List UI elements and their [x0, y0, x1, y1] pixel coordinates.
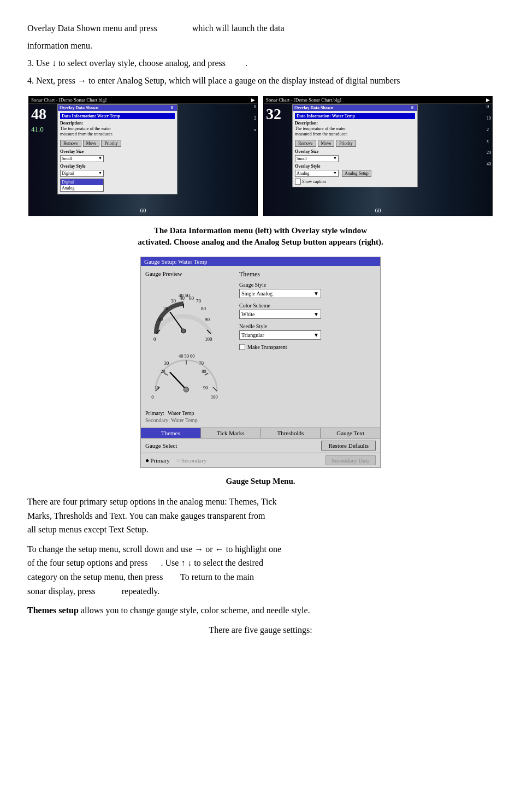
gauge-style-select-row: Single Analog ▼	[239, 289, 376, 298]
para2-line3: category on the setup menu, then press	[27, 572, 163, 582]
tab-thresholds[interactable]: Thresholds	[261, 428, 321, 438]
gauge-style-value: Single Analog	[241, 291, 273, 297]
svg-text:0: 0	[151, 394, 153, 400]
secondary-data-btn[interactable]: Secondary Data	[325, 455, 376, 465]
move-btn-left[interactable]: Move	[83, 140, 100, 147]
color-scheme-select[interactable]: White ▼	[239, 310, 321, 319]
themes-setup-bold: Themes setup	[27, 606, 79, 615]
size-select-box-right[interactable]: Small ▼	[295, 155, 339, 162]
svg-text:10: 10	[158, 317, 163, 322]
size-arrow-right: ▼	[333, 156, 337, 161]
step4: 4. Next, press → to enter Analog Setup, …	[27, 74, 494, 87]
themes-setup-cont: allows you to change gauge style, color …	[81, 606, 310, 615]
left-titlebar-text: Sonar Chart - [Demo Sonar Chart.blg]	[31, 97, 106, 103]
move-btn-right[interactable]: Move	[318, 140, 335, 147]
remove-btn-left[interactable]: Remove	[60, 140, 81, 147]
data-info-panel-right: Overlay Data Shown 0 Data Information: W…	[292, 104, 418, 187]
svg-line-30	[170, 372, 186, 389]
show-caption-row: Show caption	[295, 179, 415, 185]
intro-text-1: Overlay Data Shown menu and press	[27, 23, 157, 33]
analog-setup-btn[interactable]: Analog Setup	[342, 170, 371, 177]
needle-style-value: Triangular	[241, 332, 264, 338]
size-value-right: Small	[297, 156, 307, 161]
tab-tick-marks[interactable]: Tick Marks	[201, 428, 261, 438]
style-select-box-right[interactable]: Analog ▼	[295, 170, 339, 177]
data-info-body-right: Data Information: Water Temp Description…	[293, 111, 417, 187]
svg-text:40 50 60: 40 50 60	[179, 353, 194, 359]
radio-primary-label: Primary	[150, 457, 169, 464]
overlay-style-label-left: Overlay Style	[60, 164, 175, 169]
remove-btn-right[interactable]: Remove	[295, 140, 316, 147]
rn-40-right: 40	[487, 162, 491, 167]
gauge-preview-section: Gauge Preview	[145, 270, 233, 423]
rn-2-right: 2	[487, 127, 491, 132]
overlay-style-select-right: Analog ▼ Analog Setup	[295, 170, 415, 177]
right-titlebar-arrow: ▶	[486, 97, 490, 103]
size-arrow-left: ▼	[98, 156, 102, 161]
big-number-left: 48	[31, 105, 46, 123]
size-value-left: Small	[62, 156, 72, 161]
primary-value-text: Water Temp	[168, 410, 194, 416]
color-scheme-group: Color Scheme White ▼	[239, 303, 376, 319]
data-info-header-right: Overlay Data Shown 0	[293, 105, 417, 111]
gauge-style-select[interactable]: Single Analog ▼	[239, 289, 321, 298]
gauge-detail-svg: 0 20 40 50 60 80 100 30 70 90 10	[145, 339, 227, 405]
radio-secondary-dot: ○	[176, 457, 180, 465]
needle-style-arrow: ▼	[313, 332, 319, 338]
gauge-setup-caption-text: Gauge Setup Menu.	[226, 477, 295, 485]
dropdown-digital-left[interactable]: Digital	[61, 179, 103, 185]
rnx-right: x	[487, 139, 491, 144]
show-caption-label: Show caption	[302, 179, 326, 184]
needle-style-group: Needle Style Triangular ▼	[239, 323, 376, 340]
tab-gauge-text[interactable]: Gauge Text	[321, 428, 380, 438]
gauge-primary-label: Primary: Water Temp	[145, 410, 233, 416]
data-info-buttons-right: Remove Move Priority	[295, 140, 415, 147]
step3: 3. Use ↓ to select overlay style, choose…	[27, 57, 494, 70]
data-info-water-temp-left: Data Information: Water Temp	[62, 114, 120, 118]
rn-2-left: 2	[254, 116, 256, 121]
sub-number-left: 41.0	[31, 125, 44, 134]
gauge-setup-caption: Gauge Setup Menu.	[27, 477, 494, 486]
style-select-box-left[interactable]: Digital ▼	[60, 170, 104, 177]
radio-primary-option: ● Primary	[145, 457, 170, 465]
tab-themes[interactable]: Themes	[141, 428, 201, 438]
para2-line1: To change the setup menu, scroll down an…	[27, 544, 281, 554]
gauge-style-arrow: ▼	[313, 291, 319, 297]
rn-20-right: 20	[487, 150, 491, 155]
five-gauges-text: There are five gauge settings:	[209, 625, 312, 635]
desc-label-left: Description:	[60, 121, 175, 126]
svg-text:30: 30	[164, 360, 169, 366]
right-nums-left: 0 2 x	[254, 104, 256, 132]
bottom-row: ● Primary ○ Secondary Secondary Data	[141, 453, 380, 467]
screenshots-caption: The Data Information menu (left) with Ov…	[27, 225, 494, 248]
style-dropdown-left: Digital Analog	[60, 179, 104, 192]
svg-text:60: 60	[189, 295, 194, 301]
size-select-box-left[interactable]: Small ▼	[60, 155, 104, 162]
priority-btn-left[interactable]: Priority	[101, 140, 121, 147]
desc-text-left: The temperature of the water measured fr…	[60, 126, 175, 138]
para2-line2-cont: . Use ↑ ↓ to select the desired	[161, 558, 263, 567]
gauge-svg: 0 10 20 30 40 40 50 60 70 80 90 100	[148, 282, 219, 342]
big-number-right: 32	[266, 105, 281, 123]
restore-defaults-btn[interactable]: Restore Defaults	[321, 441, 376, 451]
step3-cont: .	[245, 58, 247, 68]
bottom-60-left: 60	[140, 207, 146, 214]
overlay-size-select-left: Small ▼	[60, 155, 175, 162]
bottom-60-right: 60	[375, 207, 381, 214]
rn-0-left: 0	[254, 104, 256, 109]
show-caption-checkbox[interactable]	[295, 179, 301, 185]
screenshots-row: Sonar Chart - [Demo Sonar Chart.blg] ▶ 4…	[27, 96, 494, 216]
right-titlebar: Sonar Chart - [Demo Sonar Chart.blg] ▶	[264, 97, 492, 103]
needle-style-select[interactable]: Triangular ▼	[239, 330, 321, 340]
gauge-secondary-label: Secondary: Water Temp	[145, 417, 233, 423]
right-nums-right: 0 10 2 x 20 40	[487, 104, 491, 167]
radio-primary-dot: ●	[145, 457, 149, 465]
intro-text-3: information menu.	[27, 41, 92, 50]
left-titlebar-arrow: ▶	[251, 97, 255, 103]
gauge-setup-titlebar: Gauge Setup: Water Temp	[141, 257, 380, 266]
para1-line2: Marks, Thresholds and Text. You can make…	[27, 511, 265, 520]
priority-btn-right[interactable]: Priority	[336, 140, 356, 147]
gauge-setup-box: Gauge Setup: Water Temp Gauge Preview	[140, 257, 381, 468]
dropdown-analog-left[interactable]: Analog	[61, 185, 103, 191]
make-transparent-checkbox[interactable]	[239, 344, 245, 350]
